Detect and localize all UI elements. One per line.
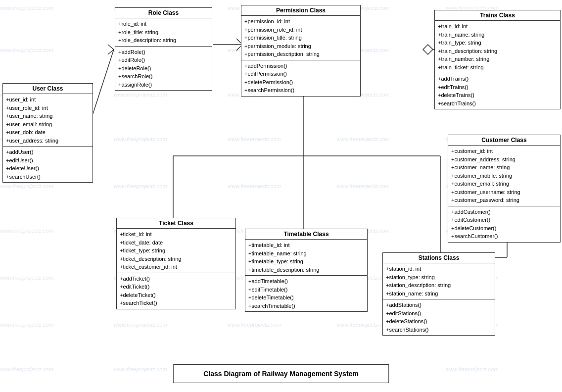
user-class-title: User Class — [3, 84, 93, 94]
station-method-3: +searchStations() — [386, 326, 492, 334]
permission-class-attributes: +permission_id: int +permission_role_id:… — [241, 16, 360, 60]
train-attr-1: +train_name: string — [438, 31, 557, 39]
train-attr-5: +train_ticket: string — [438, 63, 557, 72]
train-attr-3: +train_description: string — [438, 47, 557, 55]
ticket-method-2: +deleteTicket() — [120, 291, 233, 299]
watermark-18: www.freeprojectz.com — [228, 136, 281, 142]
user-attr-0: +user_id: int — [6, 96, 90, 104]
user-attr-2: +user_name: string — [6, 112, 90, 120]
ticket-attr-3: +ticket_description: string — [120, 255, 233, 263]
diagram-title: Class Diagram of Railway Management Syst… — [173, 364, 389, 383]
timetable-class: Timetable Class +timetable_id: int +time… — [245, 229, 368, 312]
watermark-21: www.freeprojectz.com — [0, 183, 53, 189]
role-class-title: Role Class — [115, 8, 212, 18]
watermark-12: www.freeprojectz.com — [114, 92, 167, 98]
watermark-26: www.freeprojectz.com — [0, 228, 53, 234]
user-method-1: +editUser() — [6, 156, 90, 165]
cust-attr-1: +customer_address: string — [451, 155, 557, 164]
station-attr-1: +station_type: string — [386, 273, 492, 282]
user-attr-1: +user_role_id: int — [6, 104, 90, 112]
watermark-45: www.freeprojectz.com — [445, 366, 499, 372]
tt-method-1: +editTimetable() — [248, 286, 364, 294]
watermark-36: www.freeprojectz.com — [0, 322, 53, 328]
station-method-1: +editStations() — [386, 309, 492, 318]
user-class: User Class +user_id: int +user_role_id: … — [2, 83, 93, 183]
watermark-17: www.freeprojectz.com — [114, 136, 167, 142]
user-method-2: +deleteUser() — [6, 164, 90, 173]
user-class-attributes: +user_id: int +user_role_id: int +user_n… — [3, 94, 93, 147]
station-method-0: +addStations() — [386, 301, 492, 309]
perm-attr-2: +permission_title: string — [244, 34, 357, 42]
role-method-3: +searchRole() — [118, 72, 209, 81]
ticket-method-3: +searchTicket() — [120, 299, 233, 307]
cust-method-3: +searchCustomer() — [451, 232, 557, 241]
train-method-3: +searchTrains() — [438, 99, 557, 108]
perm-method-0: +addPermission() — [244, 62, 357, 70]
watermark-39: www.freeprojectz.com — [336, 322, 390, 328]
train-attr-0: +train_id: int — [438, 22, 557, 31]
watermark-41: www.freeprojectz.com — [0, 366, 53, 372]
customer-class-methods: +addCustomer() +editCustomer() +deleteCu… — [448, 206, 560, 242]
ticket-class-title: Ticket Class — [117, 218, 235, 229]
station-attr-3: +station_name: string — [386, 290, 492, 298]
station-method-2: +deleteStations() — [386, 317, 492, 326]
perm-attr-3: +permission_module: string — [244, 42, 357, 50]
tt-method-3: +searchTimetable() — [248, 302, 364, 310]
timetable-class-methods: +addTimetable() +editTimetable() +delete… — [245, 276, 367, 311]
watermark-38: www.freeprojectz.com — [228, 322, 281, 328]
role-class: Role Class +role_id: int +role_title: st… — [115, 7, 212, 91]
watermark-31: www.freeprojectz.com — [0, 275, 53, 281]
user-method-3: +searchUser() — [6, 173, 90, 181]
perm-attr-1: +permission_role_id: int — [244, 26, 357, 34]
customer-class: Customer Class +customer_id: int +custom… — [448, 135, 561, 243]
cust-attr-6: +customer_password: string — [451, 196, 557, 204]
ticket-attr-0: +ticket_id: int — [120, 230, 233, 239]
trains-class: Trains Class +train_id: int +train_name:… — [434, 10, 561, 109]
stations-class-attributes: +station_id: int +station_type: string +… — [383, 263, 495, 299]
role-class-methods: +addRole() +editRole() +deleteRole() +se… — [115, 47, 212, 91]
cust-attr-2: +customer_name: string — [451, 163, 557, 172]
tt-attr-1: +timetable_name: string — [248, 249, 364, 258]
timetable-class-title: Timetable Class — [245, 229, 367, 240]
cust-method-2: +deleteCustomer() — [451, 224, 557, 233]
role-method-1: +editRole() — [118, 56, 209, 64]
role-method-2: +deleteRole() — [118, 64, 209, 73]
watermark-37: www.freeprojectz.com — [114, 322, 167, 328]
ticket-attr-2: +ticket_type: string — [120, 246, 233, 255]
train-attr-4: +train_number: string — [438, 55, 557, 63]
ticket-class: Ticket Class +ticket_id: int +ticket_dat… — [116, 218, 236, 309]
role-attr-2: +role_description: string — [118, 36, 209, 45]
stations-class-methods: +addStations() +editStations() +deleteSt… — [383, 299, 495, 335]
stations-class-title: Stations Class — [383, 253, 495, 263]
role-class-attributes: +role_id: int +role_title: string +role_… — [115, 18, 212, 47]
user-attr-3: +user_email: string — [6, 120, 90, 129]
timetable-class-attributes: +timetable_id: int +timetable_name: stri… — [245, 240, 367, 276]
role-attr-1: +role_title: string — [118, 28, 209, 37]
permission-class: Permission Class +permission_id: int +pe… — [241, 5, 361, 97]
watermark-19: www.freeprojectz.com — [336, 136, 390, 142]
svg-marker-2 — [423, 45, 433, 54]
train-attr-2: +train_type: string — [438, 39, 557, 47]
cust-method-0: +addCustomer() — [451, 208, 557, 216]
ticket-class-attributes: +ticket_id: int +ticket_date: date +tick… — [117, 229, 235, 273]
train-method-0: +addTrains() — [438, 75, 557, 83]
watermark-6: www.freeprojectz.com — [0, 47, 53, 53]
tt-method-0: +addTimetable() — [248, 277, 364, 286]
trains-class-attributes: +train_id: int +train_name: string +trai… — [435, 21, 560, 73]
cust-method-1: +editCustomer() — [451, 216, 557, 224]
user-method-0: +addUser() — [6, 148, 90, 156]
role-method-0: +addRole() — [118, 48, 209, 56]
cust-attr-0: +customer_id: int — [451, 147, 557, 155]
trains-class-methods: +addTrains() +editTrains() +deleteTrains… — [435, 73, 560, 109]
ticket-method-0: +addTicket() — [120, 275, 233, 283]
customer-class-attributes: +customer_id: int +customer_address: str… — [448, 146, 560, 206]
tt-attr-2: +timetable_type: string — [248, 257, 364, 266]
tt-method-2: +deleteTimetable() — [248, 294, 364, 302]
stations-class: Stations Class +station_id: int +station… — [382, 252, 495, 336]
watermark-24: www.freeprojectz.com — [336, 183, 390, 189]
cust-attr-4: +customer_email: string — [451, 180, 557, 188]
train-method-2: +deleteTrains() — [438, 91, 557, 99]
train-method-1: +editTrains() — [438, 83, 557, 92]
trains-class-title: Trains Class — [435, 10, 560, 21]
perm-attr-0: +permission_id: int — [244, 17, 357, 26]
